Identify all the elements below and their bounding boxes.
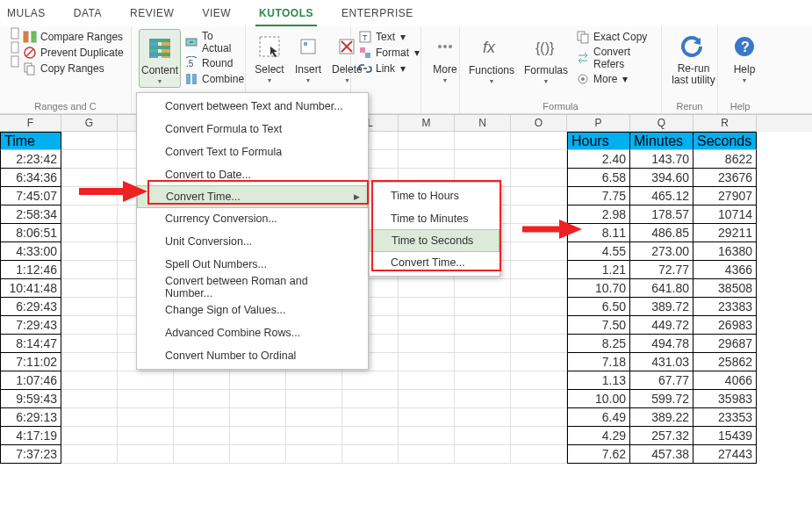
prevent-duplicate[interactable]: Prevent Duplicate: [23, 45, 124, 61]
empty-cell[interactable]: [174, 390, 230, 408]
menu-item[interactable]: Convert Number to Ordinal: [137, 344, 368, 367]
submenu-item[interactable]: Time to Minutes: [370, 207, 499, 230]
cell-hours[interactable]: 1.21: [567, 261, 630, 279]
empty-cell[interactable]: [399, 150, 455, 169]
combine[interactable]: Combine: [184, 71, 244, 87]
cell-time[interactable]: 9:59:43: [0, 390, 61, 408]
header-time[interactable]: Time: [0, 132, 61, 150]
cell-seconds[interactable]: 29687: [693, 335, 757, 353]
empty-cell[interactable]: [399, 298, 455, 316]
empty-cell[interactable]: [455, 150, 511, 169]
empty-cell[interactable]: [455, 298, 511, 316]
rerun-button[interactable]: Re-run last utility: [669, 29, 718, 89]
cell-minutes[interactable]: 449.72: [630, 316, 693, 335]
tab-data[interactable]: DATA: [70, 4, 105, 26]
more-button[interactable]: More ▼: [428, 29, 462, 86]
empty-cell[interactable]: [230, 390, 286, 408]
empty-cell[interactable]: [286, 371, 342, 390]
submenu-item[interactable]: Convert Time...: [370, 251, 499, 274]
insert-button[interactable]: Insert ▼: [291, 29, 325, 86]
empty-cell[interactable]: [455, 279, 511, 298]
cell-time[interactable]: 1:07:46: [0, 371, 61, 390]
cell-time[interactable]: 8:06:51: [0, 224, 61, 242]
cell-time[interactable]: 6:29:43: [0, 298, 61, 316]
empty-cell[interactable]: [61, 224, 118, 242]
empty-cell[interactable]: [61, 187, 118, 205]
cell-hours[interactable]: 10.70: [567, 279, 630, 298]
empty-cell[interactable]: [511, 261, 567, 279]
empty-cell[interactable]: [511, 242, 567, 261]
menu-item[interactable]: Advanced Combine Rows...: [137, 321, 368, 344]
to-actual[interactable]: To Actual: [184, 29, 244, 55]
menu-item[interactable]: Convert Text to Formula: [137, 141, 368, 163]
cell-time[interactable]: 10:41:48: [0, 279, 61, 298]
empty-cell[interactable]: [61, 390, 118, 408]
menu-item[interactable]: Convert to Date...: [137, 163, 368, 186]
tab-review[interactable]: REVIEW: [126, 4, 177, 26]
empty-cell[interactable]: [174, 445, 230, 464]
convert-refers[interactable]: Convert Refers: [576, 45, 654, 71]
tab-formulas[interactable]: MULAS: [4, 4, 49, 26]
empty-cell[interactable]: [61, 242, 118, 261]
tab-kutools[interactable]: KUTOOLS: [255, 4, 317, 26]
cell-time[interactable]: 4:17:19: [0, 427, 61, 445]
header-hours[interactable]: Hours: [567, 132, 630, 150]
empty-cell[interactable]: [511, 205, 567, 224]
empty-cell[interactable]: [455, 316, 511, 335]
cell-minutes[interactable]: 178.57: [630, 205, 693, 224]
empty-cell[interactable]: [61, 408, 118, 427]
empty-cell[interactable]: [511, 187, 567, 205]
empty-cell[interactable]: [455, 353, 511, 371]
cell-seconds[interactable]: 23383: [693, 298, 757, 316]
cell-time[interactable]: 6:29:13: [0, 408, 61, 427]
empty-cell[interactable]: [455, 390, 511, 408]
more-formula[interactable]: More▾: [576, 71, 654, 87]
cell-minutes[interactable]: 599.72: [630, 390, 693, 408]
select-button[interactable]: Select ▼: [253, 29, 286, 86]
format-button[interactable]: Format▾: [358, 45, 413, 61]
col-header-G[interactable]: G: [61, 115, 118, 132]
cell-seconds[interactable]: 23676: [693, 169, 757, 187]
cell-hours[interactable]: 8.25: [567, 335, 630, 353]
empty-cell[interactable]: [230, 427, 286, 445]
cell-hours[interactable]: 1.13: [567, 371, 630, 390]
empty-cell[interactable]: [61, 205, 118, 224]
empty-cell[interactable]: [61, 316, 118, 335]
help-button[interactable]: ? Help ▼: [725, 29, 764, 86]
empty-cell[interactable]: [511, 408, 567, 427]
empty-cell[interactable]: [455, 132, 511, 150]
functions-button[interactable]: fx Functions ▼: [467, 29, 516, 87]
cell-minutes[interactable]: 389.22: [630, 408, 693, 427]
empty-cell[interactable]: [61, 279, 118, 298]
cell-seconds[interactable]: 16380: [693, 242, 757, 261]
cell-minutes[interactable]: 257.32: [630, 427, 693, 445]
empty-cell[interactable]: [286, 408, 342, 427]
cell-minutes[interactable]: 72.77: [630, 261, 693, 279]
cell-time[interactable]: 4:33:00: [0, 242, 61, 261]
empty-cell[interactable]: [118, 445, 174, 464]
cell-minutes[interactable]: 67.77: [630, 371, 693, 390]
compare-ranges[interactable]: Compare Ranges: [23, 29, 124, 45]
empty-cell[interactable]: [342, 390, 399, 408]
col-header-F[interactable]: F: [0, 115, 61, 132]
cell-minutes[interactable]: 431.03: [630, 353, 693, 371]
empty-cell[interactable]: [118, 408, 174, 427]
cell-seconds[interactable]: 35983: [693, 390, 757, 408]
empty-cell[interactable]: [511, 316, 567, 335]
empty-cell[interactable]: [399, 335, 455, 353]
empty-cell[interactable]: [174, 408, 230, 427]
empty-cell[interactable]: [455, 445, 511, 464]
cell-minutes[interactable]: 394.60: [630, 169, 693, 187]
empty-cell[interactable]: [61, 261, 118, 279]
header-minutes[interactable]: Minutes: [630, 132, 693, 150]
cell-time[interactable]: 8:14:47: [0, 335, 61, 353]
link-button[interactable]: Link▾: [358, 61, 413, 76]
cell-time[interactable]: 7:11:02: [0, 353, 61, 371]
exact-copy[interactable]: Exact Copy: [576, 29, 654, 45]
empty-cell[interactable]: [511, 390, 567, 408]
menu-item[interactable]: Spell Out Numbers...: [137, 253, 368, 276]
cell-hours[interactable]: 10.00: [567, 390, 630, 408]
cell-seconds[interactable]: 8622: [693, 150, 757, 169]
empty-cell[interactable]: [511, 150, 567, 169]
cell-hours[interactable]: 4.55: [567, 242, 630, 261]
